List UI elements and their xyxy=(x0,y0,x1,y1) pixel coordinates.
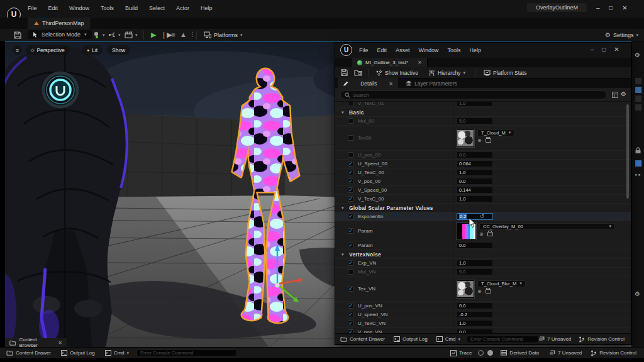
param-value-input[interactable]: 1.0 xyxy=(457,102,493,107)
param-checkbox[interactable] xyxy=(348,152,353,158)
browse-to-asset-icon[interactable] xyxy=(486,289,491,293)
settings-dropdown[interactable]: ⚙ Settings ▾ xyxy=(605,31,638,38)
asset-select-dropdown[interactable]: CC_Overlay_M_00▾ xyxy=(479,223,615,230)
profiler-icon[interactable] xyxy=(487,350,493,356)
maximize-button[interactable]: ▢ xyxy=(602,47,607,52)
sidebar-tab[interactable] xyxy=(635,104,641,111)
param-value-input[interactable]: 1.0 xyxy=(457,169,493,176)
asset-select-dropdown[interactable]: T_Cloud_M▾ xyxy=(477,129,514,136)
revision-control-button[interactable]: Revision Control xyxy=(591,350,636,356)
collapse-arrow-icon[interactable]: ▾ xyxy=(341,206,344,211)
minimize-button[interactable]: – xyxy=(596,4,600,11)
output-log-button[interactable]: Output Log xyxy=(394,336,428,342)
viewport-show-dropdown[interactable]: Show xyxy=(107,45,130,55)
menu-file[interactable]: File xyxy=(359,47,369,53)
tab-mi-outline-3-inst[interactable]: MI_Outline_3_Inst* ✕ xyxy=(352,58,428,67)
tab-layer-parameters[interactable]: Layer Parameters xyxy=(401,79,462,88)
viewport-perspective-dropdown[interactable]: ◇ Perspective xyxy=(26,45,70,55)
details-scrollbar[interactable] xyxy=(626,104,629,199)
close-button[interactable]: ✕ xyxy=(614,46,619,53)
param-checkbox[interactable]: ✓ xyxy=(348,243,353,248)
selection-mode-dropdown[interactable]: Selection Mode ▾ xyxy=(28,30,92,39)
content-drawer-button[interactable]: Content Drawer xyxy=(340,336,385,342)
param-checkbox[interactable] xyxy=(348,118,353,124)
param-value-input[interactable]: 0.064 xyxy=(457,160,493,167)
param-checkbox[interactable]: ✓ xyxy=(348,187,353,193)
cinematics-button[interactable]: ▾ xyxy=(125,31,138,38)
param-checkbox[interactable]: ✓ xyxy=(348,170,353,175)
maximize-button[interactable]: ▢ xyxy=(609,5,614,11)
param-value-input[interactable]: 1.0 xyxy=(457,195,493,202)
param-checkbox[interactable]: ✓ xyxy=(348,161,353,167)
tab-details[interactable]: Details ✕ xyxy=(338,79,398,88)
reset-to-default-icon[interactable]: ↺ xyxy=(479,213,484,219)
sidebar-tab[interactable] xyxy=(635,96,641,102)
menu-select[interactable]: Select xyxy=(149,5,165,11)
param-value-input[interactable]: 5.0 xyxy=(457,268,493,275)
viewport-lit-dropdown[interactable]: ● Lit xyxy=(82,45,103,55)
console-command-input[interactable] xyxy=(136,349,237,357)
param-checkbox[interactable]: ✓ xyxy=(348,286,353,292)
trace-button[interactable]: Trace xyxy=(450,350,472,356)
lock-icon[interactable] xyxy=(635,147,641,154)
param-value-input[interactable]: 0.0 xyxy=(457,302,493,309)
tab-content-browser[interactable]: Content Browser ✕ xyxy=(5,338,67,347)
revision-control-button[interactable]: Revision Control xyxy=(579,336,625,343)
browse-to-asset-icon[interactable] xyxy=(487,232,493,236)
param-value-input[interactable]: 1.0 xyxy=(457,260,493,266)
texture-thumbnail[interactable] xyxy=(457,280,474,298)
save-icon[interactable] xyxy=(341,69,348,76)
save-all-icon[interactable] xyxy=(14,31,21,39)
menu-tools[interactable]: Tools xyxy=(101,5,114,11)
collapse-arrow-icon[interactable]: ▾ xyxy=(341,252,344,257)
search-box[interactable] xyxy=(340,90,607,99)
texture-thumbnail[interactable] xyxy=(457,129,474,147)
param-checkbox[interactable]: ✓ xyxy=(348,228,353,234)
param-value-input[interactable]: -0.2 xyxy=(457,311,493,318)
param-checkbox[interactable]: ✓ xyxy=(348,178,353,184)
insights-icon[interactable] xyxy=(478,350,484,356)
param-checkbox[interactable]: ✓ xyxy=(348,214,353,219)
param-checkbox[interactable] xyxy=(348,102,353,106)
param-value-input[interactable]: 0.0 xyxy=(457,329,493,333)
close-tab-icon[interactable]: ✕ xyxy=(58,340,62,346)
use-selected-asset-icon[interactable]: ⊕ xyxy=(479,231,484,237)
details-settings-gear-icon[interactable]: ⚙ xyxy=(621,90,626,97)
blueprints-button[interactable]: ▾ xyxy=(108,31,121,38)
viewport-options-menu[interactable]: ≡ xyxy=(13,45,22,55)
asset-select-dropdown[interactable]: T_Cloud_Blur_M▾ xyxy=(477,280,526,287)
menu-window[interactable]: Window xyxy=(69,5,89,11)
tab-thirdpersonmap[interactable]: ThirdPersonMap xyxy=(28,18,91,29)
menu-help[interactable]: Help xyxy=(201,5,213,11)
show-inactive-button[interactable]: Show Inactive xyxy=(375,70,418,76)
sidebar-tab-active[interactable] xyxy=(635,87,641,93)
unsaved-button[interactable]: 7 Unsaved xyxy=(538,336,571,342)
platforms-dropdown[interactable]: Platforms ▾ xyxy=(204,31,243,38)
content-drawer-button[interactable]: Content Drawer xyxy=(6,350,51,356)
menu-help[interactable]: Help xyxy=(470,47,482,53)
collapse-arrow-icon[interactable]: ▾ xyxy=(341,110,344,115)
color-swatch[interactable] xyxy=(635,160,642,167)
sidebar-tab[interactable] xyxy=(635,78,641,84)
close-tab-icon[interactable]: ✕ xyxy=(418,60,422,65)
param-checkbox[interactable]: ✓ xyxy=(348,321,353,326)
param-checkbox[interactable]: ✓ xyxy=(348,312,353,317)
view-options-icon[interactable] xyxy=(612,92,618,98)
close-tab-icon[interactable]: ✕ xyxy=(389,81,393,87)
close-button[interactable]: ✕ xyxy=(622,4,627,11)
menu-tools[interactable]: Tools xyxy=(448,47,461,53)
console-command-input[interactable] xyxy=(467,336,538,343)
gear-icon[interactable]: ⚙ xyxy=(635,290,640,297)
menu-asset[interactable]: Asset xyxy=(396,47,410,53)
cmd-dropdown[interactable]: Cmd▾ xyxy=(105,350,129,356)
minimize-button[interactable]: – xyxy=(591,46,594,53)
add-actor-button[interactable]: ▾ xyxy=(92,31,105,39)
menu-window[interactable]: Window xyxy=(419,47,439,53)
more-dots-icon[interactable]: ●● xyxy=(635,172,641,177)
derived-data-button[interactable]: Derived Data xyxy=(501,350,539,356)
play-options-icon[interactable]: ⋮ xyxy=(189,31,196,38)
eject-button[interactable]: ▲ xyxy=(180,31,187,38)
gear-icon[interactable]: ⚙ xyxy=(635,52,640,58)
menu-actor[interactable]: Actor xyxy=(176,5,189,11)
menu-edit[interactable]: Edit xyxy=(377,47,387,53)
